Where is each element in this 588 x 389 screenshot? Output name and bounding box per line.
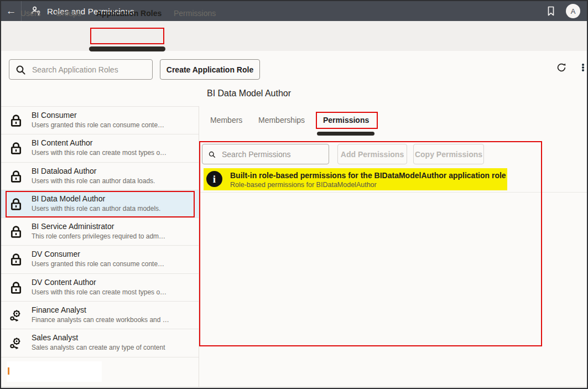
role-description: Users with this role can author data loa… xyxy=(32,177,155,185)
permissions-info-row: i Built-in role-based permissions for th… xyxy=(204,168,507,190)
search-icon xyxy=(208,149,216,160)
role-description: Users granted this role can consume cont… xyxy=(32,121,164,129)
info-row-divider xyxy=(199,192,588,193)
application-role-list: BI Consumer Users granted this role can … xyxy=(1,106,199,357)
role-name: Finance Analyst xyxy=(32,305,86,314)
role-name: BI Consumer xyxy=(32,111,77,120)
info-icon: i xyxy=(206,171,222,187)
back-arrow-icon: ← xyxy=(6,5,17,17)
role-detail-title: BI Data Model Author xyxy=(207,89,291,98)
role-name: BI Data Model Author xyxy=(32,194,105,203)
role-list-item-bi-consumer[interactable]: BI Consumer Users granted this role can … xyxy=(1,107,199,134)
role-list-item-dv-consumer[interactable]: DV Consumer Users granted this role can … xyxy=(1,246,199,273)
tab-groups[interactable]: Groups xyxy=(56,9,81,18)
role-name: Sales Analyst xyxy=(32,333,78,342)
active-detail-tab-underline xyxy=(317,132,374,136)
lock-icon xyxy=(9,225,23,239)
search-application-roles-input[interactable] xyxy=(31,65,147,75)
custom-role-gear-key-icon xyxy=(9,308,23,323)
search-application-roles-field[interactable] xyxy=(9,59,153,80)
role-description: This role confers privileges required to… xyxy=(32,232,165,240)
role-list-item-bi-dataload-author[interactable]: BI Dataload Author Users with this role … xyxy=(1,163,199,190)
active-tab-underline xyxy=(89,46,165,51)
role-name: DV Consumer xyxy=(32,250,80,258)
main-tab-strip xyxy=(1,21,587,51)
search-permissions-field[interactable] xyxy=(202,144,329,164)
role-description: Users with this role can author data mod… xyxy=(32,205,160,212)
lock-icon xyxy=(9,113,23,128)
avatar[interactable]: A xyxy=(566,4,580,18)
search-permissions-input[interactable] xyxy=(221,149,323,159)
avatar-initial: A xyxy=(571,7,576,15)
top-bar: ← Roles and Permissions A xyxy=(1,1,587,21)
role-list-item-bi-data-model-author[interactable]: BI Data Model Author Users with this rol… xyxy=(1,190,199,218)
lock-icon xyxy=(9,281,23,295)
role-name: BI Dataload Author xyxy=(32,167,97,175)
tab-users[interactable]: Users xyxy=(20,9,41,18)
role-name: BI Service Administrator xyxy=(32,222,114,231)
blank-overlay xyxy=(7,361,102,382)
bookmark-icon xyxy=(546,6,556,17)
lock-icon xyxy=(9,197,23,211)
back-button[interactable]: ← xyxy=(1,1,21,21)
role-description: Users with this role can create most typ… xyxy=(32,288,166,296)
lock-icon xyxy=(9,252,23,267)
refresh-button[interactable] xyxy=(554,60,569,75)
role-description: Sales analysts can create any type of co… xyxy=(32,344,165,351)
role-list-item-bi-content-author[interactable]: BI Content Author Users with this role c… xyxy=(1,134,199,162)
search-icon xyxy=(15,64,26,75)
lock-icon xyxy=(9,169,23,184)
info-row-subtitle: Role-based permissions for BIDataModelAu… xyxy=(230,181,377,189)
copy-permissions-button[interactable]: Copy Permissions xyxy=(413,144,484,164)
custom-role-gear-key-icon xyxy=(9,336,23,350)
create-application-role-button[interactable]: Create Application Role xyxy=(160,59,260,80)
bottom-divider xyxy=(1,387,587,387)
role-description: Users with this role can create most typ… xyxy=(32,149,166,157)
list-panel-divider xyxy=(199,106,199,387)
info-row-title: Built-in role-based permissions for the … xyxy=(230,171,506,180)
bookmark-button[interactable] xyxy=(546,6,556,17)
app-frame: ← Roles and Permissions A Users Group xyxy=(0,0,588,389)
add-permissions-button[interactable]: Add Permissions xyxy=(337,144,407,164)
tab-permissions[interactable]: Permissions xyxy=(174,9,216,18)
role-name: DV Content Author xyxy=(32,278,96,287)
detail-tab-memberships[interactable]: Memberships xyxy=(258,116,305,125)
role-list-item-sales-analyst[interactable]: Sales Analyst Sales analysts can create … xyxy=(1,329,199,357)
role-name: BI Content Author xyxy=(32,138,93,147)
role-list-item-bi-service-administrator[interactable]: BI Service Administrator This role confe… xyxy=(1,218,199,246)
refresh-icon xyxy=(556,62,567,73)
tab-application-roles[interactable]: Application Roles xyxy=(96,9,162,18)
role-list-item-finance-analyst[interactable]: Finance Analyst Finance analysts can cre… xyxy=(1,302,199,329)
role-list-item-dv-content-author[interactable]: DV Content Author Users with this role c… xyxy=(1,274,199,302)
lock-icon xyxy=(9,141,23,155)
text-cursor xyxy=(8,367,9,375)
overflow-menu-button[interactable] xyxy=(576,60,588,75)
role-description: Users granted this role can consume cont… xyxy=(32,260,164,268)
detail-tab-permissions[interactable]: Permissions xyxy=(323,116,369,125)
detail-tab-members[interactable]: Members xyxy=(210,116,242,125)
role-description: Finance analysts can create workbooks an… xyxy=(32,316,169,324)
kebab-icon xyxy=(582,63,584,72)
